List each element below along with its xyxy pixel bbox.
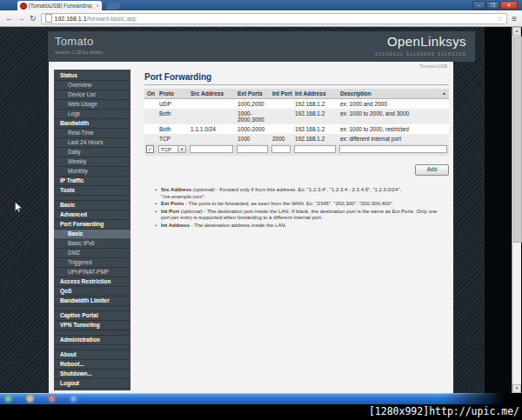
sidebar-item-monthly[interactable]: Monthly <box>54 167 130 177</box>
add-button[interactable]: Add <box>415 164 449 176</box>
sidebar-item-administration[interactable]: Administration <box>54 336 130 345</box>
brand-title: Tomato <box>55 35 93 48</box>
sidebar-item-triggered[interactable]: Triggered <box>54 258 130 268</box>
taskbar-app-icon[interactable] <box>26 395 34 403</box>
sidebar-item-daily[interactable]: Daily <box>54 148 130 157</box>
cell-src <box>188 99 235 110</box>
note-term: Ext Ports <box>161 201 184 206</box>
table-row[interactable]: Both 1.1.1.0/24 1000-2000 192.168.1.2 ex… <box>144 124 449 134</box>
windows-taskbar[interactable] <box>0 393 522 404</box>
sidebar-item-tools[interactable]: Tools <box>54 186 130 196</box>
col-description-label: Description <box>340 90 371 97</box>
tab-close-icon[interactable]: × <box>96 3 99 9</box>
page-body: TomatoUSB Status Overview Device List We… <box>49 62 453 393</box>
on-checkbox[interactable]: ✓ <box>146 145 154 153</box>
sort-arrow-icon[interactable]: ▲ <box>442 90 446 96</box>
sidebar-item-basic-ipv6[interactable]: Basic IPv6 <box>54 239 130 249</box>
table-row[interactable]: Both 1000-2000,3000 192.168.1.2 ex: 1000… <box>144 109 449 124</box>
sidebar-item-upnp-nat-pmp[interactable]: UPnP/NAT-PMP <box>54 268 130 277</box>
start-orb-icon[interactable] <box>4 395 12 403</box>
sidebar-item-weekly[interactable]: Weekly <box>54 157 130 167</box>
sidebar-item-status[interactable]: Status <box>54 71 130 81</box>
page-scrollbar[interactable]: ▲ ▼ <box>512 27 521 393</box>
table-row[interactable]: TCP 1000 2000 192.168.1.2 ex: different … <box>144 134 449 143</box>
browser-tab[interactable]: [TomatoUSB] Forwarding × <box>17 1 102 10</box>
sidebar-item-logout[interactable]: Logout <box>54 379 130 389</box>
sidebar-item-reboot[interactable]: Reboot... <box>54 360 130 370</box>
url-bar[interactable]: 192.168.1.1/forward-basic.asp ☆ <box>41 13 508 24</box>
ext-ports-input[interactable] <box>237 145 268 153</box>
cell-desc: ex: 1000 to 2000, restricted <box>338 124 449 134</box>
sidebar-item-overview[interactable]: Overview <box>54 81 130 90</box>
taskbar-app-icon[interactable] <box>70 395 77 403</box>
src-address-input[interactable] <box>190 145 233 153</box>
browser-toolbar: ← → ↻ 192.168.1.1/forward-basic.asp ☆ ≡ <box>0 10 522 27</box>
sidebar-item-vpn-tunneling[interactable]: VPN Tunneling <box>54 321 130 330</box>
maximize-button[interactable]: ❐ <box>486 1 499 10</box>
page-title: Port Forwarding <box>144 72 449 85</box>
sidebar-item-port-forwarding-basic[interactable]: Basic <box>54 230 130 239</box>
cell-desc: ex: 1000 and 2000 <box>338 99 449 110</box>
cell-int-addr: 192.168.1.2 <box>292 99 338 110</box>
tomato-header: Tomato Version 1.28 by shibby OpenLinksy… <box>48 31 475 62</box>
sidebar-item-device-list[interactable]: Device List <box>54 90 130 100</box>
cell-int-addr: 192.168.1.2 <box>292 134 338 143</box>
note-int-address: Int Address - The destination address in… <box>155 223 447 230</box>
sidebar-item-web-usage[interactable]: Web Usage <box>54 100 130 110</box>
sidebar-item-captive-portal[interactable]: Captive Portal <box>54 311 130 321</box>
cell-on <box>144 109 157 124</box>
cell-int-port: 2000 <box>270 134 292 143</box>
sidebar-item-access-restriction[interactable]: Access Restriction <box>54 277 130 287</box>
scrollbar-thumb[interactable] <box>513 37 522 243</box>
browser-titlebar: [TomatoUSB] Forwarding × – ❐ ✕ <box>0 0 522 10</box>
cell-desc: ex: 1000 to 2000, and 3000 <box>338 109 449 124</box>
sidebar-item-bandwidth-limiter[interactable]: Bandwidth Limiter <box>54 297 130 306</box>
int-port-input[interactable] <box>271 145 291 153</box>
int-address-input[interactable] <box>294 145 336 153</box>
cell-int-addr: 192.168.1.2 <box>292 109 338 124</box>
chrome-menu-icon[interactable]: ≡ <box>512 14 517 23</box>
note-term: Src Address <box>161 187 191 192</box>
col-ext-ports[interactable]: Ext Ports <box>235 89 270 99</box>
add-row: Add <box>144 159 449 176</box>
col-src-address[interactable]: Src Address <box>188 89 235 99</box>
cell-ext: 1000,2000 <box>235 99 270 110</box>
description-input[interactable] <box>339 145 447 153</box>
new-tab-button[interactable] <box>105 3 122 10</box>
scroll-down-icon[interactable]: ▼ <box>512 384 521 393</box>
cell-proto: TCP <box>157 134 188 143</box>
col-int-address[interactable]: Int Address <box>292 89 338 99</box>
sidebar-item-dmz[interactable]: DMZ <box>54 249 130 258</box>
sidebar-item-shutdown[interactable]: Shutdown... <box>54 370 130 379</box>
sidebar-item-advanced[interactable]: Advanced <box>54 210 130 220</box>
col-proto[interactable]: Proto <box>157 89 188 99</box>
col-int-port[interactable]: Int Port <box>270 89 292 99</box>
scroll-up-icon[interactable]: ▲ <box>512 27 521 36</box>
sidebar-item-about[interactable]: About <box>54 350 130 360</box>
url-text[interactable]: 192.168.1.1/forward-basic.asp <box>55 16 137 22</box>
forward-icon[interactable]: → <box>17 15 25 23</box>
table-row[interactable]: UDP 1000,2000 192.168.1.2 ex: 1000 and 2… <box>144 99 449 110</box>
chevron-down-icon[interactable]: ▼ <box>178 145 186 153</box>
sidebar-item-last-24-hours[interactable]: Last 24 Hours <box>54 138 130 148</box>
col-description[interactable]: Description▲ <box>338 89 449 99</box>
col-on[interactable]: On <box>144 89 157 99</box>
minimize-button[interactable]: – <box>472 1 485 10</box>
bookmark-star-icon[interactable]: ☆ <box>497 15 503 23</box>
tomato-favicon-icon <box>20 3 27 10</box>
reload-icon[interactable]: ↻ <box>30 15 37 23</box>
sidebar-item-real-time[interactable]: Real-Time <box>54 129 130 138</box>
sidebar-item-ip-traffic[interactable]: IP Traffic <box>54 177 130 186</box>
taskbar-app-icon[interactable] <box>48 395 56 403</box>
cell-src: 1.1.1.0/24 <box>188 124 235 134</box>
note-text: - The ports to be forwarded, as seen fro… <box>185 201 393 206</box>
close-button[interactable]: ✕ <box>500 1 518 10</box>
sidebar-item-port-forwarding[interactable]: Port Forwarding <box>54 220 130 230</box>
sidebar-item-logs[interactable]: Logs <box>54 110 130 119</box>
note-text: - The destination port inside the LAN. I… <box>161 209 437 221</box>
back-icon[interactable]: ← <box>5 15 13 23</box>
proto-select[interactable]: TCP ▼ <box>158 145 186 153</box>
sidebar-item-bandwidth[interactable]: Bandwidth <box>54 119 130 129</box>
sidebar-item-qos[interactable]: QoS <box>54 287 130 297</box>
sidebar-item-basic[interactable]: Basic <box>54 201 130 210</box>
